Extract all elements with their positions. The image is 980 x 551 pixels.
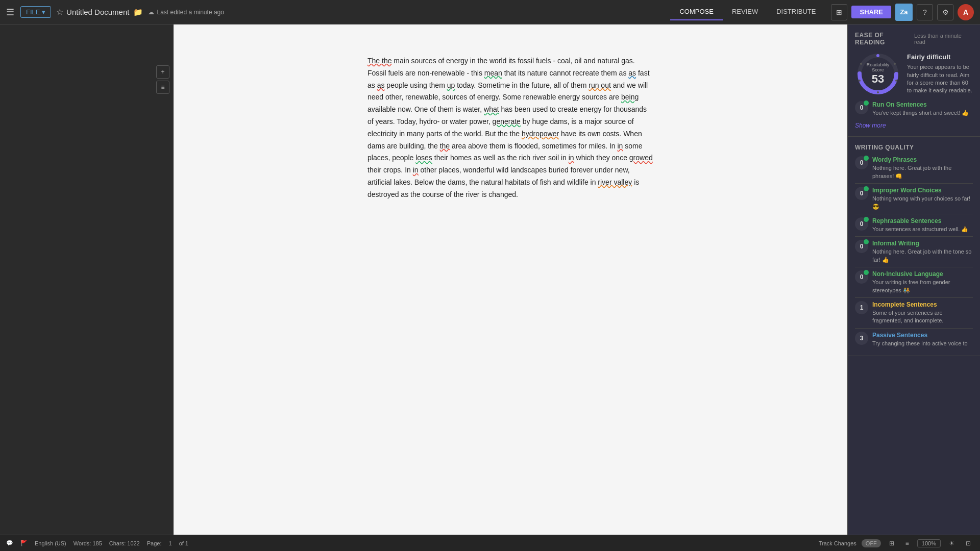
difficulty-desc: Your piece appears to be fairly difficul…	[907, 63, 973, 95]
error-word: hydropower	[522, 130, 559, 138]
rephrasable-desc: Your sentences are structured well. 👍	[872, 226, 973, 233]
editor-content[interactable]: The the main sources of energy in the wo…	[368, 55, 653, 201]
add-block-button[interactable]: +	[156, 65, 169, 79]
improper-count: 0	[855, 187, 868, 200]
left-tools: + ≡	[156, 65, 169, 94]
chat-icon[interactable]: 💬	[6, 540, 13, 546]
error-word: up	[447, 81, 455, 89]
rephrasable-title: Rephrasable Sentences	[872, 217, 973, 224]
run-on-count: 0	[855, 101, 868, 114]
error-word: the	[440, 142, 450, 150]
page-total: of 1	[179, 540, 188, 546]
noninclusive-title: Non-Inclusive Language	[872, 270, 973, 278]
run-on-title: Run On Sentences	[872, 101, 973, 108]
za-button[interactable]: Za	[895, 4, 913, 21]
svg-point-4	[895, 80, 897, 82]
svg-point-2	[876, 54, 879, 57]
editor-paragraph: The the main sources of energy in the wo…	[368, 55, 653, 201]
status-right: Track Changes OFF ⊞ ≡ 100% ☀ ⊡	[819, 539, 974, 548]
main-content: + ≡ The the main sources of energy in th…	[0, 24, 980, 535]
tab-distribute[interactable]: DISTRIBUTE	[767, 4, 825, 20]
readability-score: 53	[867, 72, 890, 86]
error-word: as	[377, 81, 385, 89]
zoom-button[interactable]: 100%	[917, 539, 941, 547]
error-word: generate	[493, 117, 521, 126]
editor-area[interactable]: The the main sources of energy in the wo…	[174, 24, 847, 535]
hamburger-button[interactable]: ☰	[6, 7, 14, 18]
file-menu-button[interactable]: FILE ▾	[20, 6, 51, 18]
gauge-area: Readability Score 53 Fairly difficult Yo…	[855, 51, 973, 97]
settings-button[interactable]: ⚙	[937, 4, 953, 20]
error-word: run out	[589, 81, 611, 89]
ease-of-reading-header: Ease of Reading Less than a minute read	[855, 32, 973, 46]
writing-item-wordy: 0 Wordy Phrases Nothing here. Great job …	[855, 156, 973, 180]
document-title: Untitled Document	[66, 8, 129, 16]
error-word: being	[621, 93, 639, 101]
status-bar: 💬 🚩 English (US) Words: 185 Chars: 1022 …	[0, 535, 980, 551]
run-on-desc: You've kept things short and sweet! 👍	[872, 109, 973, 117]
track-changes-label: Track Changes	[819, 540, 856, 546]
incomplete-count: 1	[855, 301, 868, 314]
status-left: 💬 🚩 English (US) Words: 185 Chars: 1022 …	[6, 540, 188, 546]
run-on-section: 0 Run On Sentences You've kept things sh…	[855, 101, 973, 117]
layout-button[interactable]: ⊞	[886, 539, 897, 548]
wordy-count: 0	[855, 156, 868, 169]
view-toggle-button[interactable]: ⊞	[831, 4, 847, 20]
read-time: Less than a minute read	[914, 33, 973, 45]
page-label: Page:	[147, 540, 162, 546]
help-button[interactable]: ?	[917, 4, 933, 20]
error-word: what	[484, 105, 499, 113]
flag-icon[interactable]: 🚩	[20, 540, 28, 546]
difficulty-info: Fairly difficult Your piece appears to b…	[907, 53, 973, 95]
wordy-desc: Nothing here. Great job with the phrases…	[872, 164, 973, 180]
track-changes-toggle[interactable]: OFF	[862, 539, 881, 547]
gauge: Readability Score 53	[855, 51, 901, 97]
writing-item-improper: 0 Improper Word Choices Nothing wrong wi…	[855, 187, 973, 211]
word-count: Words: 185	[74, 540, 102, 546]
writing-quality-section: Writing Quality 0 Wordy Phrases Nothing …	[848, 137, 980, 356]
nav-actions: ⊞ SHARE Za ? ⚙ A	[831, 4, 974, 21]
list-button[interactable]: ≡	[156, 81, 169, 94]
error-word: mean	[484, 69, 502, 77]
ease-of-reading-title: Ease of Reading	[855, 32, 914, 46]
improper-title: Improper Word Choices	[872, 187, 973, 194]
top-nav: ☰ FILE ▾ ☆ Untitled Document 📁 ☁ Last ed…	[0, 0, 980, 24]
writing-item-noninclusive: 0 Non-Inclusive Language Your writing is…	[855, 270, 973, 294]
error-word: river valley	[598, 178, 632, 186]
page-current: 1	[169, 540, 172, 546]
error-word: in	[569, 154, 574, 162]
sun-button[interactable]: ☀	[946, 539, 958, 548]
error-word: in	[413, 166, 419, 174]
run-on-info: Run On Sentences You've kept things shor…	[872, 101, 973, 117]
ease-of-reading-section: Ease of Reading Less than a minute read	[848, 24, 980, 137]
avatar[interactable]: A	[958, 4, 974, 20]
noninclusive-count: 0	[855, 270, 868, 284]
share-button[interactable]: SHARE	[851, 6, 891, 18]
svg-point-3	[894, 63, 896, 65]
svg-point-7	[860, 63, 862, 65]
gauge-label: Readability Score 53	[867, 62, 890, 86]
informal-desc: Nothing here. Great job with the tone so…	[872, 248, 973, 264]
right-panel: Ease of Reading Less than a minute read	[847, 24, 980, 535]
incomplete-title: Incomplete Sentences	[872, 301, 973, 308]
show-more-button[interactable]: Show more	[855, 120, 886, 131]
language: English (US)	[35, 540, 66, 546]
run-on-item: 0 Run On Sentences You've kept things sh…	[855, 101, 973, 117]
passive-desc: Try changing these into active voice to	[872, 340, 973, 347]
svg-point-6	[859, 80, 861, 82]
nav-tabs: COMPOSE REVIEW DISTRIBUTE	[670, 4, 825, 20]
folder-icon[interactable]: 📁	[133, 8, 143, 17]
difficulty-title: Fairly difficult	[907, 53, 973, 61]
informal-title: Informal Writing	[872, 240, 973, 247]
cloud-status: ☁ Last edited a minute ago	[148, 9, 224, 16]
writing-item-incomplete: 1 Incomplete Sentences Some of your sent…	[855, 301, 973, 325]
view-mode-button[interactable]: ⊡	[963, 539, 974, 548]
rephrasable-count: 0	[855, 217, 868, 231]
tab-compose[interactable]: COMPOSE	[670, 4, 722, 20]
star-icon[interactable]: ☆	[56, 7, 63, 17]
tab-review[interactable]: REVIEW	[723, 4, 767, 20]
writing-item-informal: 0 Informal Writing Nothing here. Great j…	[855, 240, 973, 264]
writing-item-rephrasable: 0 Rephrasable Sentences Your sentences a…	[855, 217, 973, 233]
columns-button[interactable]: ≡	[902, 539, 912, 548]
incomplete-desc: Some of your sentences are fragmented, a…	[872, 309, 973, 325]
